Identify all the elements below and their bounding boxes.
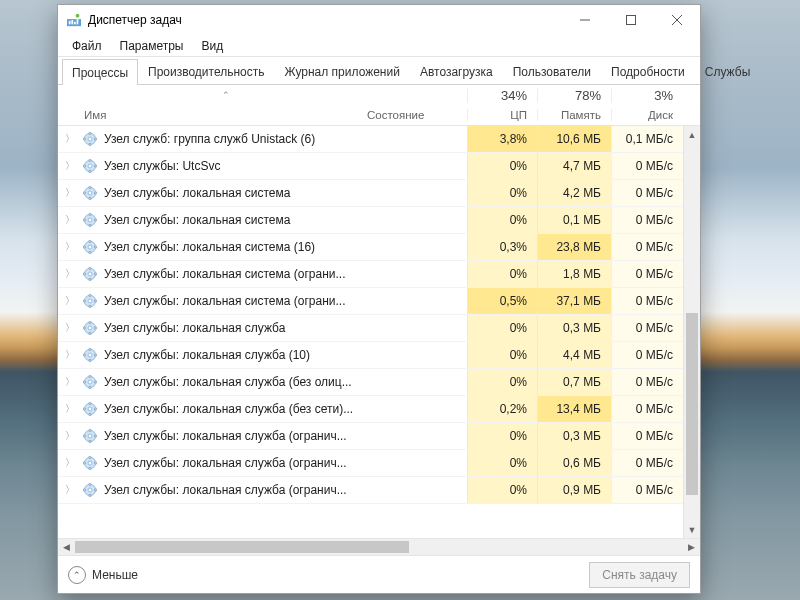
titlebar[interactable]: Диспетчер задач: [58, 5, 700, 35]
svg-rect-84: [89, 456, 91, 459]
cpu-cell: 0%: [467, 261, 537, 287]
table-row[interactable]: 〉Узел службы: локальная система0%4,2 МБ0…: [58, 180, 700, 207]
app-icon: [66, 12, 82, 28]
tab-services[interactable]: Службы: [695, 58, 760, 84]
table-row[interactable]: 〉Узел службы: UtcSvc0%4,7 МБ0 МБ/с: [58, 153, 700, 180]
svg-rect-32: [83, 219, 86, 221]
cpu-cell: 0%: [467, 369, 537, 395]
table-row[interactable]: 〉Узел службы: локальная служба (без олиц…: [58, 369, 700, 396]
scroll-up-icon[interactable]: ▲: [684, 126, 700, 143]
cpu-cell: 0,2%: [467, 396, 537, 422]
table-row[interactable]: 〉Узел службы: локальная служба0%0,3 МБ0 …: [58, 315, 700, 342]
tab-users[interactable]: Пользователи: [503, 58, 601, 84]
expand-icon[interactable]: 〉: [58, 240, 82, 254]
tab-app-history[interactable]: Журнал приложений: [275, 58, 410, 84]
cpu-cell: 0,5%: [467, 288, 537, 314]
sort-indicator-icon: ⌃: [84, 90, 367, 100]
table-row[interactable]: 〉Узел службы: локальная служба (огранич.…: [58, 450, 700, 477]
tab-performance[interactable]: Производительность: [138, 58, 274, 84]
svg-rect-37: [89, 251, 91, 254]
table-row[interactable]: 〉Узел служб: группа служб Unistack (6)3,…: [58, 126, 700, 153]
scroll-right-icon[interactable]: ▶: [683, 539, 700, 555]
svg-rect-36: [89, 240, 91, 243]
tab-startup[interactable]: Автозагрузка: [410, 58, 503, 84]
memory-cell: 0,7 МБ: [537, 369, 611, 395]
tab-processes[interactable]: Процессы: [62, 59, 138, 85]
scroll-thumb-h[interactable]: [75, 541, 409, 553]
expand-icon[interactable]: 〉: [58, 267, 82, 281]
svg-rect-81: [94, 435, 97, 437]
table-row[interactable]: 〉Узел службы: локальная система0%0,1 МБ0…: [58, 207, 700, 234]
end-task-button[interactable]: Снять задачу: [589, 562, 690, 588]
svg-point-71: [88, 407, 92, 411]
table-row[interactable]: 〉Узел службы: локальная система (16)0,3%…: [58, 234, 700, 261]
table-header: ⌃ 34% 78% 3% Имя Состояние ЦП Память Дис…: [58, 85, 700, 126]
fewer-details-toggle[interactable]: ⌃ Меньше: [68, 566, 138, 584]
scroll-thumb[interactable]: [686, 313, 698, 494]
header-cpu-percent[interactable]: 34%: [467, 88, 537, 103]
table-row[interactable]: 〉Узел службы: локальная система (ограни.…: [58, 288, 700, 315]
header-disk[interactable]: Диск: [611, 109, 683, 121]
scroll-left-icon[interactable]: ◀: [58, 539, 75, 555]
svg-rect-78: [89, 429, 91, 432]
expand-icon[interactable]: 〉: [58, 483, 82, 497]
process-name: Узел службы: локальная служба: [104, 321, 285, 335]
svg-rect-49: [89, 305, 91, 308]
menu-view[interactable]: Вид: [193, 37, 231, 55]
tab-details[interactable]: Подробности: [601, 58, 695, 84]
table-row[interactable]: 〉Узел службы: локальная служба (огранич.…: [58, 477, 700, 504]
desktop-wallpaper: Диспетчер задач Файл Параметры Вид Проце…: [0, 0, 800, 600]
svg-rect-38: [83, 246, 86, 248]
process-name: Узел службы: локальная система (ограни..…: [104, 267, 346, 281]
expand-icon[interactable]: 〉: [58, 213, 82, 227]
header-memory-percent[interactable]: 78%: [537, 88, 611, 103]
expand-icon[interactable]: 〉: [58, 186, 82, 200]
expand-icon[interactable]: 〉: [58, 132, 82, 146]
cpu-cell: 0%: [467, 477, 537, 503]
expand-icon[interactable]: 〉: [58, 159, 82, 173]
vertical-scrollbar[interactable]: ▲ ▼: [683, 126, 700, 538]
svg-rect-91: [89, 494, 91, 497]
header-name[interactable]: Имя: [82, 109, 367, 121]
svg-rect-7: [627, 16, 636, 25]
expand-icon[interactable]: 〉: [58, 321, 82, 335]
table-row[interactable]: 〉Узел службы: локальная служба (10)0%4,4…: [58, 342, 700, 369]
horizontal-scrollbar[interactable]: ◀ ▶: [58, 538, 700, 555]
table-row[interactable]: 〉Узел службы: локальная система (ограни.…: [58, 261, 700, 288]
minimize-button[interactable]: [562, 5, 608, 35]
svg-rect-67: [89, 386, 91, 389]
expand-icon[interactable]: 〉: [58, 375, 82, 389]
expand-icon[interactable]: 〉: [58, 348, 82, 362]
gear-icon: [82, 293, 98, 309]
header-disk-percent[interactable]: 3%: [611, 88, 683, 103]
svg-rect-43: [89, 278, 91, 281]
svg-point-17: [88, 164, 92, 168]
header-state[interactable]: Состояние: [367, 109, 467, 121]
scroll-down-icon[interactable]: ▼: [684, 521, 700, 538]
tabs: Процессы Производительность Журнал прило…: [58, 57, 700, 85]
expand-icon[interactable]: 〉: [58, 294, 82, 308]
header-cpu[interactable]: ЦП: [467, 109, 537, 121]
memory-cell: 13,4 МБ: [537, 396, 611, 422]
menu-options[interactable]: Параметры: [112, 37, 192, 55]
table-row[interactable]: 〉Узел службы: локальная служба (без сети…: [58, 396, 700, 423]
close-button[interactable]: [654, 5, 700, 35]
maximize-button[interactable]: [608, 5, 654, 35]
svg-rect-90: [89, 483, 91, 486]
table-row[interactable]: 〉Узел службы: локальная служба (огранич.…: [58, 423, 700, 450]
menu-file[interactable]: Файл: [64, 37, 110, 55]
svg-point-41: [88, 272, 92, 276]
expand-icon[interactable]: 〉: [58, 429, 82, 443]
fewer-label: Меньше: [92, 568, 138, 582]
svg-point-29: [88, 218, 92, 222]
svg-rect-14: [83, 138, 86, 140]
svg-rect-1: [69, 21, 71, 25]
svg-rect-21: [94, 165, 97, 167]
gear-icon: [82, 401, 98, 417]
expand-icon[interactable]: 〉: [58, 456, 82, 470]
memory-cell: 23,8 МБ: [537, 234, 611, 260]
expand-icon[interactable]: 〉: [58, 402, 82, 416]
header-memory[interactable]: Память: [537, 109, 611, 121]
svg-rect-24: [89, 186, 91, 189]
memory-cell: 0,3 МБ: [537, 315, 611, 341]
